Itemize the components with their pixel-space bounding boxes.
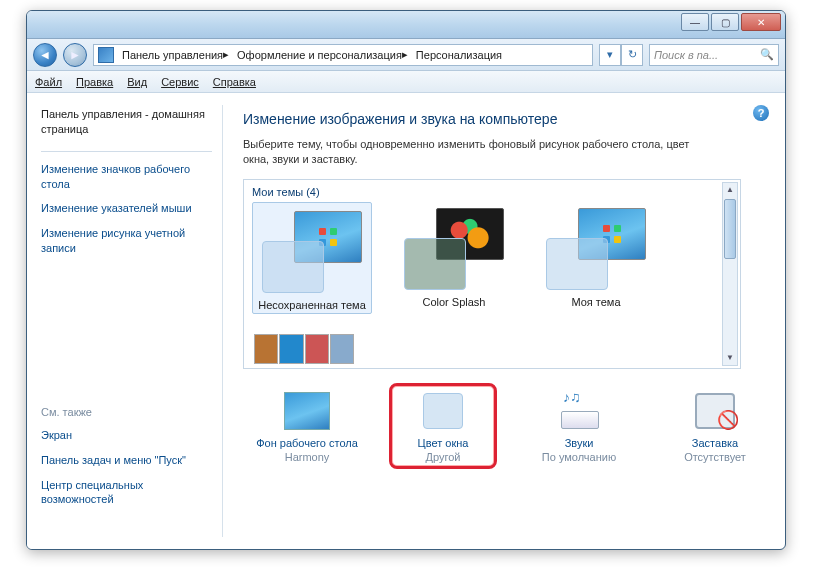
scroll-up-arrow[interactable]: ▲ <box>723 183 737 197</box>
sidebar-link-ease-of-access[interactable]: Центр специальных возможностей <box>41 478 212 508</box>
titlebar: — ▢ ✕ <box>27 11 785 39</box>
maximize-button[interactable]: ▢ <box>711 13 739 31</box>
theme-thumbnail <box>400 206 508 292</box>
chevron-right-icon: ▸ <box>402 48 408 61</box>
chevron-right-icon: ▸ <box>223 48 229 61</box>
address-bar: ◄ ► Панель управления ▸ Оформление и пер… <box>27 39 785 71</box>
sounds-icon <box>556 391 602 431</box>
address-controls: ▾ ↻ <box>599 44 643 66</box>
option-label: Цвет окна <box>389 437 497 449</box>
address-dropdown-button[interactable]: ▾ <box>599 44 621 66</box>
menu-view[interactable]: Вид <box>127 76 147 88</box>
theme-overflow-row <box>254 334 354 364</box>
option-label: Фон рабочего стола <box>253 437 361 449</box>
sidebar-link-desktop-icons[interactable]: Изменение значков рабочего стола <box>41 162 212 192</box>
search-input[interactable]: Поиск в па... 🔍 <box>649 44 779 66</box>
theme-item-unsaved[interactable]: Несохраненная тема <box>252 202 372 314</box>
breadcrumb-seg-appearance[interactable]: Оформление и персонализация ▸ <box>233 48 412 61</box>
option-sublabel: Отсутствует <box>661 451 769 463</box>
nav-forward-button[interactable]: ► <box>63 43 87 67</box>
search-placeholder: Поиск в па... <box>654 49 718 61</box>
close-button[interactable]: ✕ <box>741 13 781 31</box>
help-icon[interactable]: ? <box>753 105 769 121</box>
option-sublabel: Harmony <box>253 451 361 463</box>
page-title: Изменение изображения и звука на компьют… <box>243 111 769 127</box>
menu-edit[interactable]: Правка <box>76 76 113 88</box>
option-sublabel: По умолчанию <box>525 451 633 463</box>
breadcrumb-seg-control-panel[interactable]: Панель управления ▸ <box>118 48 233 61</box>
themes-list: Мои темы (4) Несохраненная тема <box>243 179 741 369</box>
sidebar-link-mouse-pointers[interactable]: Изменение указателей мыши <box>41 201 212 216</box>
menubar: Файл Правка Вид Сервис Справка <box>27 71 785 93</box>
option-sublabel: Другой <box>389 451 497 463</box>
control-panel-window: — ▢ ✕ ◄ ► Панель управления ▸ Оформление… <box>26 10 786 550</box>
option-sounds[interactable]: Звуки По умолчанию <box>525 391 633 463</box>
refresh-button[interactable]: ↻ <box>621 44 643 66</box>
nav-back-button[interactable]: ◄ <box>33 43 57 67</box>
theme-label: Color Splash <box>394 296 514 308</box>
scroll-thumb[interactable] <box>724 199 736 259</box>
theme-label: Моя тема <box>536 296 656 308</box>
menu-tools[interactable]: Сервис <box>161 76 199 88</box>
sidebar-link-taskbar[interactable]: Панель задач и меню "Пуск" <box>41 453 212 468</box>
themes-scrollbar[interactable]: ▲ ▼ <box>722 182 738 366</box>
sidebar-separator <box>41 151 212 152</box>
page-description: Выберите тему, чтобы одновременно измени… <box>243 137 713 167</box>
sidebar-link-account-picture[interactable]: Изменение рисунка учетной записи <box>41 226 212 256</box>
breadcrumb-label: Персонализация <box>416 49 502 61</box>
scroll-down-arrow[interactable]: ▼ <box>723 351 737 365</box>
theme-label: Несохраненная тема <box>253 299 371 311</box>
breadcrumb-label: Панель управления <box>122 49 223 61</box>
personalization-options: Фон рабочего стола Harmony Цвет окна Дру… <box>243 391 769 463</box>
location-icon <box>98 47 114 63</box>
breadcrumb-seg-personalization[interactable]: Персонализация <box>412 49 506 61</box>
main-panel: ? Изменение изображения и звука на компь… <box>223 93 785 549</box>
theme-thumbnail <box>258 209 366 295</box>
sidebar-link-display[interactable]: Экран <box>41 428 212 443</box>
themes-header: Мои темы (4) <box>252 186 732 198</box>
option-window-color[interactable]: Цвет окна Другой <box>389 391 497 463</box>
breadcrumb-label: Оформление и персонализация <box>237 49 402 61</box>
sidebar-home-link[interactable]: Панель управления - домашняя страница <box>41 107 212 137</box>
screensaver-icon <box>692 391 738 431</box>
option-screensaver[interactable]: Заставка Отсутствует <box>661 391 769 463</box>
minimize-button[interactable]: — <box>681 13 709 31</box>
menu-help[interactable]: Справка <box>213 76 256 88</box>
theme-item-color-splash[interactable]: Color Splash <box>394 202 514 314</box>
option-label: Заставка <box>661 437 769 449</box>
theme-thumbnail <box>542 206 650 292</box>
wallpaper-icon <box>284 391 330 431</box>
option-desktop-background[interactable]: Фон рабочего стола Harmony <box>253 391 361 463</box>
window-color-icon <box>420 391 466 431</box>
theme-item-my-theme[interactable]: Моя тема <box>536 202 656 314</box>
search-icon: 🔍 <box>760 48 774 61</box>
content-body: Панель управления - домашняя страница Из… <box>27 93 785 549</box>
option-label: Звуки <box>525 437 633 449</box>
breadcrumb[interactable]: Панель управления ▸ Оформление и персона… <box>93 44 593 66</box>
sidebar-see-also-label: См. также <box>41 406 212 418</box>
menu-file[interactable]: Файл <box>35 76 62 88</box>
sidebar: Панель управления - домашняя страница Из… <box>27 93 222 549</box>
